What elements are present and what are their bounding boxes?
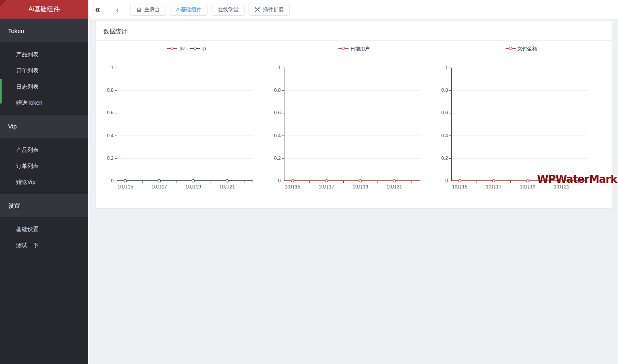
sidebar-item-token-gift[interactable]: 赠送Token [0, 95, 88, 111]
svg-text:0.8: 0.8 [107, 87, 114, 93]
tab-ai-base-component[interactable]: Ai基础组件 [170, 4, 208, 16]
chart-legend: 日增用户 [270, 45, 438, 53]
card-header: 数据统计 [96, 21, 612, 41]
svg-text:10月21: 10月21 [219, 184, 235, 190]
legend-label: 日增用户 [350, 46, 370, 52]
svg-text:10月15: 10月15 [118, 184, 133, 190]
svg-text:0.2: 0.2 [107, 155, 114, 161]
sidebar: Ai基础组件 Token 产品列表 订单列表 日志列表 赠送Token Vip … [0, 0, 88, 364]
legend-label: 支付金额 [518, 46, 537, 52]
svg-text:1: 1 [278, 65, 281, 70]
sidebar-item-vip-product-list[interactable]: 产品列表 [0, 142, 88, 158]
sidebar-section-vip[interactable]: Vip [0, 115, 88, 138]
corner-fold-decoration [0, 0, 6, 6]
tab-online-school[interactable]: 在线学堂 [212, 4, 245, 16]
svg-text:10月17: 10月17 [319, 184, 334, 190]
sidebar-section-token-items: 产品列表 订单列表 日志列表 赠送Token [0, 42, 88, 115]
sidebar-item-token-log-list[interactable]: 日志列表 [0, 79, 88, 95]
active-menu-indicator [0, 79, 2, 103]
chart-pv-ip: pvip 00.20.40.60.8110月1510月1710月1910月21 [103, 41, 270, 193]
nav-tabs: 主后台 Ai基础组件 在线学堂 插件扩展 [130, 4, 290, 16]
chart-legend: 支付金额 [438, 45, 605, 53]
svg-text:0.6: 0.6 [107, 110, 114, 116]
svg-text:0.6: 0.6 [274, 110, 281, 116]
sidebar-section-token[interactable]: Token [0, 19, 88, 42]
legend-item-ip[interactable]: ip [190, 46, 206, 52]
tab-label: Ai基础组件 [176, 6, 202, 13]
svg-text:0.2: 0.2 [274, 155, 281, 161]
back-chevron-icon[interactable]: ‹ [116, 6, 119, 14]
sidebar-item-test[interactable]: 测试一下 [0, 237, 88, 253]
sidebar-item-basic-settings[interactable]: 基础设置 [0, 221, 88, 237]
svg-text:10月15: 10月15 [452, 184, 468, 190]
app-title-text: Ai基础组件 [28, 6, 60, 12]
topbar: « ‹ 主后台 Ai基础组件 在线学堂 插件扩展 [88, 0, 618, 19]
legend-label: ip [202, 46, 206, 52]
svg-text:10月19: 10月19 [353, 184, 368, 190]
svg-text:1: 1 [111, 65, 114, 70]
svg-text:0: 0 [445, 178, 448, 184]
sidebar-section-settings[interactable]: 设置 [0, 194, 88, 217]
svg-text:0.6: 0.6 [441, 110, 448, 116]
sidebar-item-vip-gift[interactable]: 赠送Vip [0, 174, 88, 190]
svg-text:10月21: 10月21 [386, 184, 402, 190]
svg-text:0.4: 0.4 [441, 133, 448, 139]
sidebar-item-token-product-list[interactable]: 产品列表 [0, 46, 88, 62]
legend-line-circle-icon [190, 47, 200, 51]
svg-text:0.4: 0.4 [107, 133, 114, 139]
chart-canvas[interactable]: 00.20.40.60.8110月1510月1710月1910月21 [270, 53, 438, 192]
home-icon [136, 7, 142, 12]
svg-text:0: 0 [278, 178, 281, 184]
svg-text:0.8: 0.8 [274, 87, 281, 93]
sidebar-item-vip-order-list[interactable]: 订单列表 [0, 158, 88, 174]
svg-text:0: 0 [111, 178, 114, 184]
legend-line-circle-icon [167, 47, 177, 51]
legend-item-日增用户[interactable]: 日增用户 [338, 46, 370, 52]
legend-line-circle-icon [506, 47, 516, 51]
tab-label: 在线学堂 [218, 6, 238, 13]
tab-label: 主后台 [144, 6, 160, 13]
charts-row: pvip 00.20.40.60.8110月1510月1710月1910月21 … [96, 41, 612, 193]
chart-legend: pvip [103, 45, 270, 53]
main-content: 数据统计 pvip 00.20.40.60.8110月1510月1710月191… [88, 19, 618, 364]
chart-canvas[interactable]: 00.20.40.60.8110月1510月1710月1910月21 [103, 53, 270, 192]
legend-label: pv [179, 46, 185, 52]
svg-text:0.2: 0.2 [441, 155, 448, 161]
watermark-text: WPWaterMark [537, 173, 617, 185]
svg-text:0.4: 0.4 [274, 133, 281, 139]
svg-text:10月19: 10月19 [520, 184, 535, 190]
svg-text:10月15: 10月15 [285, 184, 301, 190]
sidebar-section-vip-items: 产品列表 订单列表 赠送Vip [0, 138, 88, 194]
card-title: 数据统计 [103, 28, 127, 35]
sidebar-item-token-order-list[interactable]: 订单列表 [0, 62, 88, 79]
chart-payment-amount: 支付金额 00.20.40.60.8110月1510月1710月1910月21 [438, 41, 605, 193]
chart-canvas[interactable]: 00.20.40.60.8110月1510月1710月1910月21 [438, 53, 605, 192]
svg-text:1: 1 [445, 65, 448, 70]
tab-main-admin[interactable]: 主后台 [130, 4, 166, 16]
tab-plugin-extension[interactable]: 插件扩展 [249, 4, 290, 16]
svg-text:10月19: 10月19 [185, 184, 201, 190]
svg-text:10月17: 10月17 [486, 184, 502, 190]
legend-item-pv[interactable]: pv [167, 46, 185, 52]
collapse-sidebar-icon[interactable]: « [95, 5, 100, 14]
svg-text:10月17: 10月17 [151, 184, 167, 190]
app-title: Ai基础组件 [0, 0, 88, 19]
chart-daily-new-users: 日增用户 00.20.40.60.8110月1510月1710月1910月21 [270, 41, 438, 193]
svg-text:0.8: 0.8 [441, 87, 448, 93]
tab-label: 插件扩展 [263, 6, 284, 13]
legend-item-支付金额[interactable]: 支付金额 [506, 46, 537, 52]
legend-line-circle-icon [338, 47, 348, 51]
tools-icon [255, 7, 260, 12]
sidebar-section-settings-items: 基础设置 测试一下 [0, 217, 88, 257]
statistics-card: 数据统计 pvip 00.20.40.60.8110月1510月1710月191… [96, 21, 612, 208]
